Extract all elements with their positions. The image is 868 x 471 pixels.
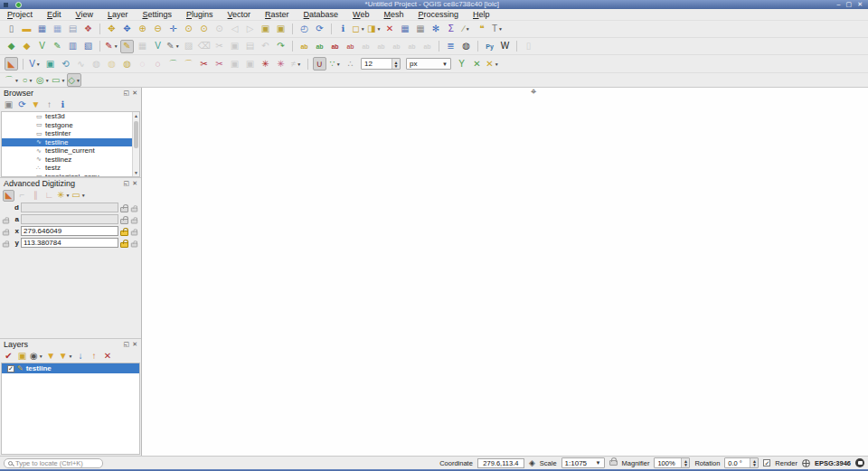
close-panel-icon[interactable]: ✕: [132, 89, 137, 97]
identify-features-button[interactable]: ℹ: [336, 23, 350, 36]
menu-project[interactable]: Project: [0, 9, 40, 21]
snapping-self-button[interactable]: ∴: [344, 57, 357, 71]
offset-curve-button[interactable]: ⌒: [166, 57, 180, 71]
render-checkbox[interactable]: ✓: [763, 459, 770, 466]
browser-item-testinter[interactable]: ▭testinter: [2, 129, 132, 138]
split-parts-button[interactable]: ✂: [212, 57, 226, 71]
rotate-point-symbols-button[interactable]: ✳: [259, 57, 272, 71]
refresh-map-button[interactable]: ⟳: [313, 23, 326, 36]
lock-angle-icon[interactable]: [120, 219, 128, 224]
zoom-out-button[interactable]: ⊖: [151, 23, 165, 36]
repeat-lock-x-icon[interactable]: [131, 231, 137, 235]
draw-regular-polygon-button[interactable]: ◇▼: [67, 73, 81, 87]
manage-map-themes-button[interactable]: ◉▼: [30, 351, 43, 363]
layer-visibility-checkbox[interactable]: ✓: [7, 365, 14, 372]
reshape-features-button[interactable]: ⌒: [182, 57, 195, 71]
python-console-button[interactable]: Py: [483, 40, 496, 53]
map-tips-button[interactable]: ❝: [475, 23, 488, 36]
deselect-features-button[interactable]: ✕: [382, 23, 396, 36]
lock-scale-icon[interactable]: [609, 460, 618, 466]
menu-view[interactable]: View: [69, 9, 100, 21]
add-selected-layers-button[interactable]: ▣: [3, 99, 14, 111]
new-geopackage-layer-button[interactable]: ◆: [5, 40, 18, 53]
filter-browser-button[interactable]: ▼: [30, 99, 42, 111]
menu-edit[interactable]: Edit: [40, 9, 69, 21]
zoom-full-button[interactable]: ✛: [166, 23, 180, 36]
pan-to-selection-button[interactable]: ✥: [120, 23, 134, 36]
collapse-all-button[interactable]: ↑: [89, 351, 100, 363]
draw-circle-button[interactable]: ○▼: [21, 73, 34, 87]
move-feature-button[interactable]: V▼: [28, 57, 42, 71]
offset-point-symbol-button[interactable]: ✳: [274, 57, 288, 71]
lock-y-icon[interactable]: [120, 242, 128, 248]
open-project-button[interactable]: ▬: [20, 23, 33, 36]
zoom-to-selection-button[interactable]: ⊙: [182, 23, 195, 36]
browser-scrollbar[interactable]: ▲ ▼: [132, 112, 139, 176]
new-project-button[interactable]: ▯: [5, 23, 18, 36]
statistical-summary-button[interactable]: Σ: [444, 23, 458, 36]
snapping-tolerance-spinbox[interactable]: 12 ▲▼: [361, 58, 401, 70]
menu-mesh[interactable]: Mesh: [376, 9, 410, 21]
enable-advanced-digitizing-button[interactable]: ◣: [3, 190, 14, 202]
repeat-lock-distance-icon[interactable]: [131, 207, 137, 212]
spinbox-arrows-icon[interactable]: ▲▼: [681, 458, 689, 467]
magnifier-spinbox[interactable]: 100% ▲▼: [654, 457, 690, 468]
repeat-lock-angle-icon[interactable]: [131, 219, 137, 223]
menu-vector[interactable]: Vector: [221, 9, 259, 21]
ad-angle-constraint[interactable]: [2, 215, 10, 224]
new-memory-layer-button[interactable]: ✎: [51, 40, 64, 53]
delete-part-button[interactable]: ◌: [151, 57, 165, 71]
menu-web[interactable]: Web: [345, 9, 376, 21]
ad-x-constraint[interactable]: [2, 227, 10, 236]
scrollbar-track[interactable]: [133, 119, 139, 169]
menu-database[interactable]: Database: [297, 9, 346, 21]
style-manager-button[interactable]: ❖: [81, 23, 95, 36]
lock-distance-icon[interactable]: [120, 207, 128, 212]
float-panel-icon[interactable]: ◱: [124, 180, 130, 187]
close-panel-icon[interactable]: ✕: [132, 341, 137, 348]
open-layer-styling-button[interactable]: ✔: [3, 351, 14, 363]
browser-item-testz[interactable]: ∴testz: [2, 164, 132, 173]
scroll-down-icon[interactable]: ▼: [133, 169, 139, 176]
minimize-button[interactable]: –: [837, 0, 841, 9]
draw-rectangle-button[interactable]: ▭▼: [52, 73, 65, 87]
repeat-lock-y-icon[interactable]: [131, 242, 137, 247]
open-attribute-table-button[interactable]: ▦: [398, 23, 411, 36]
ad-y-input[interactable]: [21, 238, 118, 248]
metasearch-button[interactable]: ◍: [459, 40, 473, 53]
zoom-to-layer-button[interactable]: ⊙: [197, 23, 211, 36]
draw-ellipse-button[interactable]: ◎▼: [36, 73, 50, 87]
split-features-button[interactable]: ✂: [197, 57, 211, 71]
browser-item-testline_current[interactable]: ∿testline_current: [2, 146, 132, 155]
select-by-form-button[interactable]: ◨▼: [367, 23, 381, 36]
menu-help[interactable]: Help: [466, 9, 497, 21]
construction-guides-button[interactable]: ▭▼: [71, 190, 85, 202]
layer-item-testline[interactable]: ✓✎testline: [2, 363, 139, 373]
zoom-in-button[interactable]: ⊕: [136, 23, 149, 36]
browser-properties-button[interactable]: ℹ: [57, 99, 69, 111]
highlight-pinned-labels-button[interactable]: ab: [344, 40, 357, 53]
filter-legend-button[interactable]: ▼: [45, 351, 57, 363]
temporal-controller-button[interactable]: ◴: [297, 23, 311, 36]
coordinate-input[interactable]: [477, 458, 524, 468]
ad-y-constraint[interactable]: [2, 239, 10, 248]
locator-search[interactable]: [4, 458, 103, 468]
scroll-up-icon[interactable]: ▲: [133, 112, 139, 119]
new-print-layout-button[interactable]: ▤: [66, 23, 80, 36]
menu-layer[interactable]: Layer: [100, 9, 136, 21]
copy-move-feature-button[interactable]: ▣: [43, 57, 57, 71]
menu-plugins[interactable]: Plugins: [179, 9, 221, 21]
new-3d-map-view-button[interactable]: ▣: [274, 23, 288, 36]
browser-item-testlinez[interactable]: ∿testlinez: [2, 155, 132, 165]
spinbox-arrows-icon[interactable]: ▲▼: [750, 458, 758, 467]
add-line-feature-button[interactable]: V: [151, 40, 165, 53]
spinbox-arrows-icon[interactable]: ▲▼: [392, 59, 400, 69]
browser-item-testgone[interactable]: ▭testgone: [2, 121, 132, 130]
rotate-feature-button[interactable]: ⟲: [59, 57, 72, 71]
locator-input[interactable]: [15, 459, 99, 467]
crs-globe-icon[interactable]: [802, 459, 810, 467]
vertex-tool-button[interactable]: ✎▼: [166, 40, 180, 53]
menu-raster[interactable]: Raster: [258, 9, 297, 21]
messages-icon[interactable]: [855, 458, 864, 467]
db-manager-button[interactable]: ≣: [444, 40, 458, 53]
